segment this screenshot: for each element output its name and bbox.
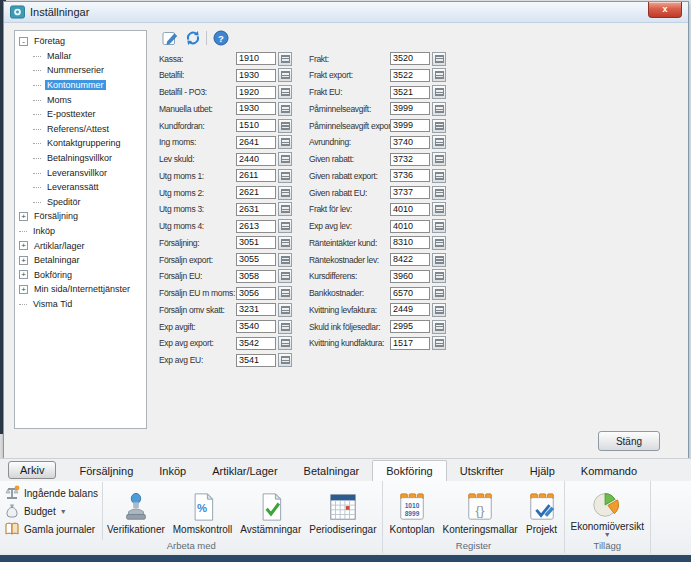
account-number-field[interactable]: 3740 [390, 136, 430, 149]
account-browse-button[interactable] [432, 152, 446, 166]
account-browse-button[interactable] [278, 286, 292, 300]
account-number-field[interactable]: 4010 [390, 203, 430, 216]
account-browse-button[interactable] [432, 286, 446, 300]
account-number-field[interactable]: 3541 [236, 354, 276, 367]
account-browse-button[interactable] [432, 253, 446, 267]
tab-utskrifter[interactable]: Utskrifter [447, 461, 517, 481]
expand-icon[interactable]: + [19, 285, 28, 294]
tab-hjalp[interactable]: Hjälp [517, 461, 568, 481]
tree-item-kontaktgruppering[interactable]: Kontaktgruppering [29, 136, 146, 151]
account-number-field[interactable]: 3058 [236, 270, 276, 283]
tree-item-referens-attest[interactable]: Referens/Attest [29, 122, 146, 137]
tree-item-leveransvillkor[interactable]: Leveransvillkor [29, 165, 146, 180]
account-browse-button[interactable] [432, 85, 446, 99]
quick-button-budget[interactable]: Budget▼ [4, 503, 98, 520]
tab-inkop[interactable]: Inköp [146, 461, 199, 481]
close-icon[interactable]: x [648, 2, 682, 18]
dialog-titlebar[interactable]: Inställningar x [4, 2, 688, 23]
account-number-field[interactable]: 1930 [236, 102, 276, 115]
account-number-field[interactable]: 2449 [390, 303, 430, 316]
tab-artiklar-lager[interactable]: Artiklar/Lager [199, 461, 290, 481]
account-number-field[interactable]: 3999 [390, 102, 430, 115]
account-browse-button[interactable] [432, 269, 446, 283]
account-number-field[interactable]: 2611 [236, 169, 276, 182]
tree-item-forsaljning[interactable]: +Försäljning [15, 209, 146, 224]
account-browse-button[interactable] [278, 169, 292, 183]
account-number-field[interactable]: 1510 [236, 119, 276, 132]
account-number-field[interactable]: 3736 [390, 169, 430, 182]
tree-item-moms[interactable]: Moms [29, 92, 146, 107]
account-browse-button[interactable] [278, 152, 292, 166]
account-browse-button[interactable] [278, 219, 292, 233]
tree-item-artiklar-lager[interactable]: +Artiklar/lager [15, 238, 146, 253]
ribbon-button-momskontroll[interactable]: %Momskontroll [169, 488, 236, 535]
tree-item-mallar[interactable]: Mallar [29, 49, 146, 64]
account-number-field[interactable]: 3999 [390, 119, 430, 132]
account-browse-button[interactable] [432, 202, 446, 216]
account-browse-button[interactable] [278, 85, 292, 99]
tab-bokforing[interactable]: Bokföring [372, 460, 446, 481]
account-number-field[interactable]: 2440 [236, 153, 276, 166]
account-browse-button[interactable] [432, 219, 446, 233]
tree-item-speditor[interactable]: Speditör [29, 195, 146, 210]
account-browse-button[interactable] [278, 186, 292, 200]
tree-item-visma-tid[interactable]: Visma Tid [15, 297, 146, 312]
help-icon[interactable]: ? [212, 30, 229, 46]
tree-item-foretag[interactable]: -Företag [15, 34, 146, 49]
tree-item-inkop[interactable]: Inköp [15, 224, 146, 239]
expand-icon[interactable]: + [19, 212, 28, 221]
account-browse-button[interactable] [278, 102, 292, 116]
refresh-icon[interactable] [184, 30, 201, 46]
account-number-field[interactable]: 3522 [390, 69, 430, 82]
account-browse-button[interactable] [278, 52, 292, 66]
account-number-field[interactable]: 3055 [236, 253, 276, 266]
account-number-field[interactable]: 2641 [236, 136, 276, 149]
account-browse-button[interactable] [278, 135, 292, 149]
account-browse-button[interactable] [278, 202, 292, 216]
account-number-field[interactable]: 1910 [236, 52, 276, 65]
account-browse-button[interactable] [432, 303, 446, 317]
account-number-field[interactable]: 3732 [390, 153, 430, 166]
account-browse-button[interactable] [278, 303, 292, 317]
account-number-field[interactable]: 3540 [236, 320, 276, 333]
tree-item-kontonummer[interactable]: Kontonummer [29, 78, 146, 93]
tree-item-nummerserier[interactable]: Nummerserier [29, 63, 146, 78]
account-browse-button[interactable] [278, 236, 292, 250]
account-browse-button[interactable] [278, 320, 292, 334]
tree-item-leveranssatt[interactable]: Leveranssätt [29, 180, 146, 195]
tree-item-bokforing[interactable]: +Bokföring [15, 268, 146, 283]
account-number-field[interactable]: 8310 [390, 236, 430, 249]
account-browse-button[interactable] [278, 119, 292, 133]
account-number-field[interactable]: 2621 [236, 186, 276, 199]
account-browse-button[interactable] [432, 336, 446, 350]
account-number-field[interactable]: 3051 [236, 236, 276, 249]
ribbon-button-avstamningar[interactable]: Avstämningar [236, 488, 305, 535]
expand-icon[interactable]: + [19, 241, 28, 250]
tab-betalningar[interactable]: Betalningar [291, 461, 373, 481]
tab-arkiv[interactable]: Arkiv [8, 461, 56, 479]
account-browse-button[interactable] [278, 269, 292, 283]
account-number-field[interactable]: 6570 [390, 287, 430, 300]
ribbon-button-konteringsmallar[interactable]: {}Konteringsmallar [439, 488, 522, 535]
account-browse-button[interactable] [432, 236, 446, 250]
account-browse-button[interactable] [432, 52, 446, 66]
account-browse-button[interactable] [432, 169, 446, 183]
ribbon-button-kontoplan[interactable]: 10108999Kontoplan [385, 488, 438, 535]
quick-button-gamla-journaler[interactable]: Gamla journaler [4, 521, 98, 538]
tree-item-betalningar[interactable]: +Betalningar [15, 253, 146, 268]
ribbon-button-ekonomioversikt[interactable]: Ekonomiöversikt▼ [567, 485, 648, 538]
account-number-field[interactable]: 3542 [236, 337, 276, 350]
account-number-field[interactable]: 4010 [390, 220, 430, 233]
account-browse-button[interactable] [432, 186, 446, 200]
expand-icon[interactable]: + [19, 256, 28, 265]
tab-kommando[interactable]: Kommando [568, 461, 650, 481]
account-browse-button[interactable] [432, 119, 446, 133]
tree-item-min-sida-internettjanster[interactable]: +Min sida/Internettjänster [15, 282, 146, 297]
account-number-field[interactable]: 2613 [236, 220, 276, 233]
account-browse-button[interactable] [278, 68, 292, 82]
account-number-field[interactable]: 8422 [390, 253, 430, 266]
ribbon-button-projekt[interactable]: Projekt [522, 488, 562, 535]
account-number-field[interactable]: 3520 [390, 52, 430, 65]
ribbon-button-verifikationer[interactable]: Verifikationer [103, 488, 169, 535]
expand-icon[interactable]: + [19, 270, 28, 279]
